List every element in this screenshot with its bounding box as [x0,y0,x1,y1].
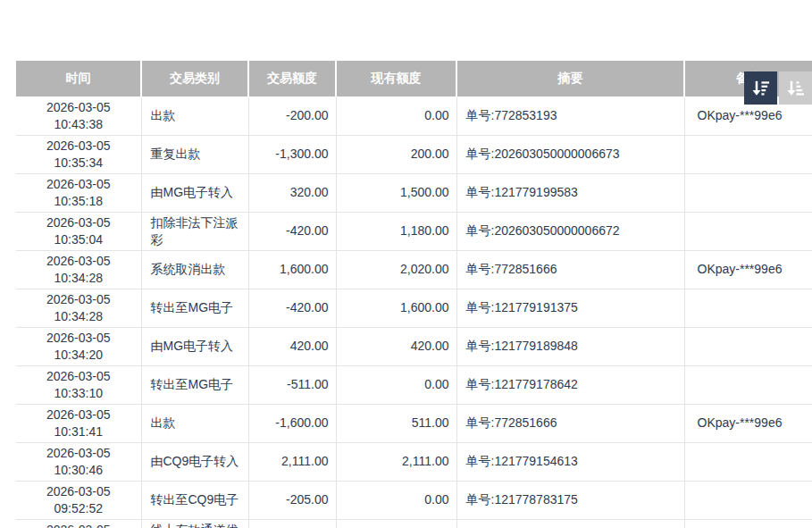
table-row: 2026-03-05 10:33:10转出至MG电子-511.000.00单号:… [16,365,812,404]
column-header-time: 时间 [16,61,141,96]
cell-time: 2026-03-05 10:31:41 [16,404,141,442]
cell-summary: 单号:121779154613 [456,442,684,481]
cell-type: 系统取消出款 [141,250,248,289]
cell-summary: 单号:121779191375 [456,289,684,327]
table-row: 2026-03-05 10:35:34重复出款-1,300.00200.00单号… [16,135,812,173]
table-row: 2026-03-05 10:35:04扣除非法下注派彩-420.001,180.… [16,212,812,250]
cell-remark: OKpay-***99e6 [684,250,812,289]
transaction-history-page: 时间交易类别交易额度现有额度摘要备注 2026-03-05 10:43:38出款… [0,61,812,528]
sort-ascending-button[interactable] [779,71,812,105]
cell-remark [684,135,812,173]
cell-summary: 单号:772851666 [456,404,684,442]
cell-amount: 2,111.00 [248,442,336,481]
table-row: 2026-03-05 10:34:28系统取消出款1,600.002,020.0… [16,250,812,289]
cell-balance: 0.00 [336,481,456,519]
sort-descending-button[interactable] [744,71,777,105]
cell-amount: -511.00 [248,365,336,404]
transactions-tbody: 2026-03-05 10:43:38出款-200.000.00单号:77285… [16,96,812,528]
cell-time: 2026-03-05 10:33:10 [16,365,141,404]
sort-amount-asc-icon [785,78,806,98]
column-header-type: 交易类别 [141,61,248,96]
cell-remark: OKpay-***99e6 [684,404,812,442]
cell-amount: -205.00 [248,481,336,519]
cell-amount: -1,300.00 [248,135,336,173]
header-row: 时间交易类别交易额度现有额度摘要备注 [16,61,812,96]
cell-time: 2026-03-05 09:52:52 [16,481,141,519]
cell-remark [684,327,812,365]
cell-remark [684,365,812,404]
cell-summary: 单号:121779189848 [456,327,684,365]
cell-type: 转出至MG电子 [141,289,248,327]
cell-balance: 1,600.00 [336,289,456,327]
cell-balance: 2,111.00 [336,442,456,481]
cell-type: 转出至MG电子 [141,365,248,404]
table-row: 2026-03-05 10:31:41出款-1,600.00511.00单号:7… [16,404,812,442]
table-row: 2026-03-05 10:34:28转出至MG电子-420.001,600.0… [16,289,812,327]
cell-amount: -200.00 [248,96,336,135]
cell-type: 由CQ9电子转入 [141,442,248,481]
table-row: 2026-03-05 09:52:16线上存款通道优惠5.00205.00单号:… [16,519,812,528]
cell-summary: 单号:202603050000006673 [456,135,684,173]
table-row: 2026-03-05 10:34:20由MG电子转入420.00420.00单号… [16,327,812,365]
cell-amount: -1,600.00 [248,404,336,442]
cell-summary: 单号:121779199583 [456,173,684,212]
cell-balance: 2,020.00 [336,250,456,289]
column-header-balance: 现有额度 [336,61,456,96]
cell-balance: 205.00 [336,519,456,528]
cell-type: 出款 [141,96,248,135]
cell-remark [684,481,812,519]
cell-remark [684,289,812,327]
cell-type: 重复出款 [141,135,248,173]
cell-time: 2026-03-05 10:35:04 [16,212,141,250]
cell-time: 2026-03-05 10:35:34 [16,135,141,173]
cell-remark [684,173,812,212]
table-row: 2026-03-05 10:43:38出款-200.000.00单号:77285… [16,96,812,135]
cell-amount: -420.00 [248,212,336,250]
cell-type: 由MG电子转入 [141,173,248,212]
column-header-amount: 交易额度 [248,61,336,96]
cell-summary: 单号:772853193 [456,96,684,135]
column-header-summary: 摘要 [456,61,684,96]
sort-amount-desc-icon [750,78,771,98]
cell-amount: -420.00 [248,289,336,327]
cell-remark [684,212,812,250]
cell-type: 由MG电子转入 [141,327,248,365]
cell-time: 2026-03-05 10:34:28 [16,289,141,327]
table-row: 2026-03-05 09:52:52转出至CQ9电子-205.000.00单号… [16,481,812,519]
cell-amount: 420.00 [248,327,336,365]
cell-type: 转出至CQ9电子 [141,481,248,519]
cell-type: 扣除非法下注派彩 [141,212,248,250]
cell-summary: 单号:772851666 [456,250,684,289]
cell-summary: 单号:121778783175 [456,481,684,519]
cell-summary: 单号:202603054221281500 [456,519,684,528]
cell-summary: 单号:202603050000006672 [456,212,684,250]
cell-type: 线上存款通道优惠 [141,519,248,528]
cell-time: 2026-03-05 10:35:18 [16,173,141,212]
cell-time: 2026-03-05 10:34:28 [16,250,141,289]
cell-time: 2026-03-05 09:52:16 [16,519,141,528]
cell-time: 2026-03-05 10:43:38 [16,96,141,135]
cell-balance: 1,180.00 [336,212,456,250]
cell-balance: 0.00 [336,365,456,404]
cell-time: 2026-03-05 10:34:20 [16,327,141,365]
cell-remark [684,442,812,481]
table-row: 2026-03-05 10:30:46由CQ9电子转入2,111.002,111… [16,442,812,481]
transaction-table: 时间交易类别交易额度现有额度摘要备注 2026-03-05 10:43:38出款… [16,61,812,528]
cell-time: 2026-03-05 10:30:46 [16,442,141,481]
cell-amount: 320.00 [248,173,336,212]
cell-type: 出款 [141,404,248,442]
cell-balance: 200.00 [336,135,456,173]
cell-balance: 0.00 [336,96,456,135]
cell-summary: 单号:121779178642 [456,365,684,404]
cell-amount: 5.00 [248,519,336,528]
cell-balance: 511.00 [336,404,456,442]
table-header: 时间交易类别交易额度现有额度摘要备注 [16,61,812,96]
cell-amount: 1,600.00 [248,250,336,289]
cell-remark: Okpay [684,519,812,528]
cell-balance: 420.00 [336,327,456,365]
cell-balance: 1,500.00 [336,173,456,212]
sort-controls [744,71,812,105]
table-row: 2026-03-05 10:35:18由MG电子转入320.001,500.00… [16,173,812,212]
